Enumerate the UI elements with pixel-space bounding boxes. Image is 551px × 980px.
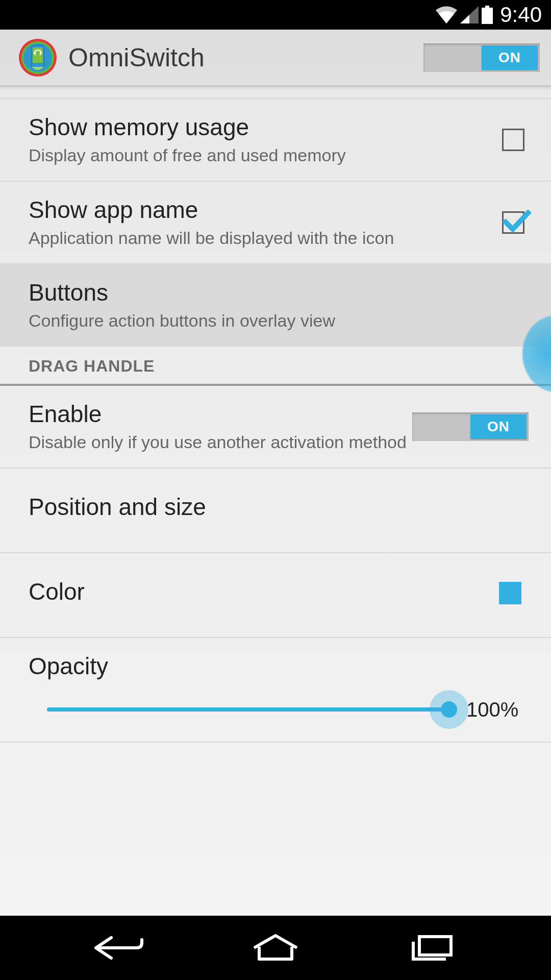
nav-back-button[interactable] — [83, 927, 155, 968]
wifi-icon — [436, 6, 457, 23]
opacity-value: 100% — [466, 698, 522, 721]
setting-title: Opacity — [29, 652, 522, 680]
setting-subtitle: Application name will be displayed with … — [29, 227, 487, 249]
svg-rect-1 — [482, 8, 493, 24]
setting-title: Buttons — [29, 279, 534, 306]
setting-show-memory[interactable]: Show memory usage Display amount of free… — [0, 98, 551, 182]
opacity-slider[interactable] — [29, 700, 455, 719]
drag-enable-toggle[interactable]: ON — [412, 412, 529, 441]
toggle-thumb-on: ON — [482, 45, 538, 70]
svg-rect-0 — [485, 6, 489, 8]
slider-thumb[interactable] — [441, 701, 457, 718]
setting-subtitle: Disable only if you use another activati… — [29, 431, 412, 453]
setting-subtitle: Configure action buttons in overlay view — [29, 309, 534, 332]
setting-show-app-name[interactable]: Show app name Application name will be d… — [0, 182, 551, 264]
section-header-drag-handle: DRAG HANDLE — [0, 347, 551, 386]
nav-recents-button[interactable] — [396, 927, 468, 968]
setting-title: Enable — [29, 400, 412, 428]
setting-buttons[interactable]: Buttons Configure action buttons in over… — [0, 264, 551, 346]
section-header-label: DRAG HANDLE — [29, 357, 534, 376]
setting-title: Position and size — [29, 493, 534, 521]
setting-opacity[interactable]: Opacity 100% — [0, 638, 551, 743]
setting-drag-enable[interactable]: Enable Disable only if you use another a… — [0, 386, 551, 469]
page-title: OmniSwitch — [68, 43, 423, 72]
svg-rect-9 — [419, 937, 451, 955]
master-toggle[interactable]: ON — [423, 43, 540, 72]
signal-icon — [460, 6, 479, 23]
status-bar: 9:40 — [0, 0, 551, 30]
navigation-bar — [0, 916, 551, 980]
checkbox-memory[interactable] — [502, 129, 524, 151]
setting-position-size[interactable]: Position and size — [0, 469, 551, 553]
setting-title: Show memory usage — [29, 113, 487, 141]
toggle-thumb-on: ON — [470, 414, 527, 439]
setting-color[interactable]: Color — [0, 553, 551, 638]
status-clock: 9:40 — [500, 3, 542, 27]
app-content: OmniSwitch ON Show memory usage Display … — [0, 30, 551, 916]
checkbox-appname[interactable] — [502, 211, 524, 234]
settings-list: Show memory usage Display amount of free… — [0, 87, 551, 916]
app-icon — [18, 38, 57, 77]
setting-title: Show app name — [29, 196, 487, 224]
setting-title: Color — [29, 578, 499, 605]
battery-icon — [482, 6, 493, 24]
nav-home-button[interactable] — [240, 927, 311, 968]
action-bar: OmniSwitch ON — [0, 30, 551, 87]
color-swatch — [499, 582, 521, 604]
setting-subtitle: Display amount of free and used memory — [29, 144, 487, 166]
